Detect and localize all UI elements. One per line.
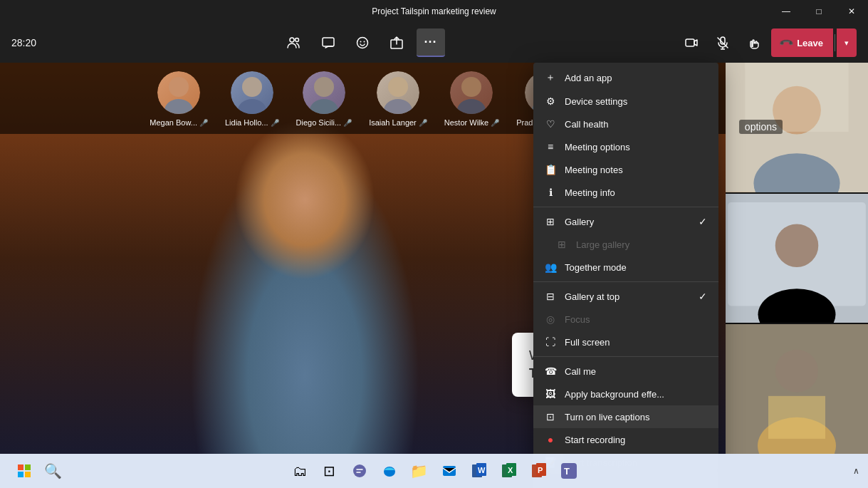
chat-button[interactable] (314, 28, 343, 57)
taskbar-chat-button[interactable] (347, 458, 372, 484)
participant-diego: Diego Sicili... 🎤 (296, 70, 352, 127)
svg-point-17 (310, 99, 338, 114)
menu-start-recording[interactable]: ● Start recording (533, 428, 718, 451)
menu-device-settings[interactable]: ⚙ Device settings (533, 90, 718, 113)
taskbar-store-button[interactable]: ⊡ (317, 458, 343, 484)
side-video-2 (726, 194, 868, 323)
more-options-button[interactable]: ··· (417, 28, 445, 57)
health-icon: ♡ (545, 118, 556, 130)
add-icon: ＋ (545, 71, 556, 84)
svg-point-18 (388, 77, 408, 97)
gallery-top-icon: ⊟ (545, 291, 556, 302)
menu-meeting-options[interactable]: ≡ Meeting options (533, 135, 718, 158)
svg-point-14 (242, 77, 262, 97)
participant-nestor: Nestor Wilke 🎤 (444, 70, 499, 127)
taskbar-outlook-button[interactable] (436, 458, 462, 484)
participant-name-megan: Megan Bow... 🎤 (150, 118, 208, 127)
title-bar: Project Tailspin marketing review — □ ✕ (0, 0, 868, 23)
reactions-button[interactable] (348, 28, 377, 57)
svg-rect-2 (323, 38, 334, 46)
participant-avatar-diego (301, 70, 347, 115)
svg-point-1 (295, 38, 298, 42)
participant-avatar-nestor (449, 70, 494, 115)
focus-icon: ◎ (545, 313, 556, 325)
share-button[interactable] (382, 28, 411, 57)
gallery-check: ✓ (699, 216, 707, 227)
menu-add-app[interactable]: ＋ Add an app (533, 66, 718, 90)
side-videos-panel (726, 63, 868, 454)
people-button[interactable] (280, 28, 308, 57)
svg-point-20 (461, 77, 481, 97)
raise-hand-button[interactable] (740, 28, 768, 57)
menu-divider-3 (533, 356, 718, 357)
participant-name-nestor: Nestor Wilke 🎤 (444, 118, 499, 127)
svg-point-16 (314, 77, 334, 97)
menu-call-health[interactable]: ♡ Call health (533, 113, 718, 135)
participant-avatar-isaiah (375, 70, 421, 115)
gear-icon: ⚙ (545, 95, 556, 107)
mic-off-icon-diego: 🎤 (343, 119, 352, 127)
menu-gallery-at-top[interactable]: ⊟ Gallery at top ✓ (533, 285, 718, 308)
svg-rect-37 (18, 464, 23, 470)
taskbar-teams-button[interactable]: T (556, 458, 582, 484)
svg-point-0 (290, 38, 294, 42)
menu-meeting-notes[interactable]: 📋 Meeting notes (533, 158, 718, 181)
svg-point-41 (353, 464, 366, 477)
options-icon: ≡ (545, 141, 556, 152)
menu-live-captions[interactable]: ⊡ Turn on live captions (533, 405, 718, 428)
camera-toggle-button[interactable] (677, 28, 706, 57)
svg-rect-40 (25, 472, 31, 477)
leave-button[interactable]: 📞 Leave (771, 28, 833, 57)
taskbar-search-button[interactable]: 🔍 (40, 458, 66, 484)
taskbar-edge-button[interactable] (377, 458, 402, 484)
menu-gallery[interactable]: ⊞ Gallery ✓ (533, 210, 718, 233)
svg-text:T: T (564, 466, 570, 477)
svg-point-3 (357, 38, 367, 48)
window-title: Project Tailspin marketing review (372, 6, 496, 16)
taskbar-word-button[interactable]: W (466, 458, 492, 484)
start-button[interactable] (11, 458, 37, 484)
svg-rect-27 (745, 63, 848, 132)
participant-isaiah: Isaiah Langer 🎤 (369, 70, 427, 127)
svg-rect-36 (768, 396, 825, 439)
menu-bg-effects[interactable]: 🖼 Apply background effe... (533, 383, 718, 405)
minimize-button[interactable]: — (770, 0, 802, 23)
participant-name-lidia: Lidia Hollo... 🎤 (225, 118, 279, 127)
leave-label: Leave (797, 38, 823, 48)
notification-chevron[interactable]: ∧ (853, 466, 859, 476)
svg-point-4 (360, 41, 361, 43)
svg-point-5 (363, 41, 365, 43)
side-video-1 (726, 63, 868, 192)
menu-call-me[interactable]: ☎ Call me (533, 360, 718, 383)
menu-focus: ◎ Focus (533, 308, 718, 331)
participant-name-diego: Diego Sicili... 🎤 (296, 118, 352, 127)
call-icon: ☎ (545, 365, 556, 377)
participant-lidia: Lidia Hollo... 🎤 (225, 70, 279, 127)
menu-divider-2 (533, 281, 718, 282)
close-button[interactable]: ✕ (835, 0, 868, 23)
svg-rect-39 (18, 472, 23, 477)
menu-together-mode[interactable]: 👥 Together mode (533, 256, 718, 279)
menu-full-screen[interactable]: ⛶ Full screen (533, 331, 718, 353)
mic-toggle-button[interactable] (708, 28, 737, 57)
taskbar-powerpoint-button[interactable]: P (526, 458, 552, 484)
leave-chevron-button[interactable]: ▾ (837, 28, 857, 57)
svg-text:X: X (508, 466, 513, 474)
notes-icon: 📋 (545, 164, 556, 175)
gallery-icon: ⊞ (545, 216, 556, 227)
menu-meeting-info[interactable]: ℹ Meeting info (533, 181, 718, 204)
taskbar-excel-button[interactable]: X (496, 458, 522, 484)
taskbar: 🔍 🗂 ⊡ 📁 W X P T ∧ (0, 454, 868, 488)
svg-rect-38 (25, 464, 31, 470)
window-controls: — □ ✕ (770, 0, 868, 23)
taskbar-folder-button[interactable]: 📁 (407, 458, 432, 484)
side-video-3 (726, 324, 868, 454)
svg-point-15 (238, 99, 266, 114)
mic-off-icon-isaiah: 🎤 (419, 119, 427, 127)
svg-line-11 (718, 38, 728, 48)
taskbar-files-button[interactable]: 🗂 (287, 458, 313, 484)
svg-point-12 (169, 77, 189, 97)
info-icon: ℹ (545, 187, 556, 198)
participant-avatar-lidia (229, 70, 275, 115)
maximize-button[interactable]: □ (802, 0, 835, 23)
